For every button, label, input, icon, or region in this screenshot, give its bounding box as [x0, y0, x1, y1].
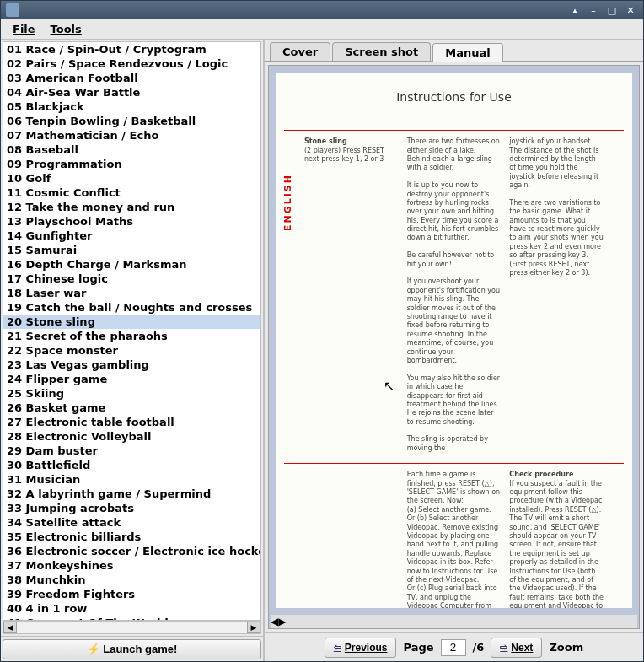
tab-cover[interactable]: Cover	[270, 42, 330, 61]
list-item[interactable]: 28 Electronic Volleyball	[3, 429, 260, 444]
menu-file[interactable]: File	[6, 21, 42, 37]
maximize-button[interactable]: □	[604, 4, 620, 16]
list-item[interactable]: 35 Electronic billiards	[3, 530, 260, 544]
manual-hscroll-left-icon[interactable]: ◀	[271, 616, 278, 627]
manual-heading: Instructions for Use	[284, 89, 624, 105]
list-item[interactable]: 17 Chinese logic	[3, 272, 260, 286]
page-total: /6	[473, 641, 485, 654]
list-item[interactable]: 40 4 in 1 row	[3, 601, 260, 616]
hscroll-left-icon[interactable]: ◀	[3, 622, 17, 633]
list-item[interactable]: 14 Gunfighter	[3, 229, 260, 243]
tab-screenshot[interactable]: Screen shot	[332, 42, 431, 61]
app-icon	[6, 3, 19, 17]
list-item[interactable]: 41 Conquest Of The World	[3, 616, 260, 620]
rollup-button[interactable]: ▴	[567, 4, 582, 16]
list-item[interactable]: 01 Race / Spin-Out / Cryptogram	[3, 42, 260, 57]
list-item[interactable]: 20 Stone sling	[3, 315, 260, 329]
list-item[interactable]: 15 Samurai	[3, 243, 260, 257]
tab-bar: Cover Screen shot Manual	[265, 40, 643, 62]
game-title: Stone sling	[304, 137, 347, 145]
arrow-right-icon: ⇨	[500, 642, 507, 653]
manual-hscroll[interactable]: ◀ ▶	[271, 615, 637, 628]
list-item[interactable]: 33 Jumping acrobats	[3, 501, 260, 515]
right-panel: Cover Screen shot Manual Instructions fo…	[265, 40, 643, 661]
list-item[interactable]: 03 American Football	[3, 71, 260, 85]
list-item[interactable]: 37 Monkeyshines	[3, 558, 260, 573]
list-item[interactable]: 29 Dam buster	[3, 444, 260, 458]
list-item[interactable]: 11 Cosmic Conflict	[3, 186, 260, 200]
launch-game-button[interactable]: ⚡ Launch game!	[3, 639, 261, 659]
english-label: ENGLISH	[282, 174, 294, 231]
list-item[interactable]: 21 Secret of the pharaohs	[3, 329, 260, 343]
list-item[interactable]: 09 Programmation	[3, 157, 260, 171]
list-item[interactable]: 34 Satellite attack	[3, 515, 260, 530]
list-item[interactable]: 27 Electronic table football	[3, 415, 260, 429]
list-item[interactable]: 38 Munchkin	[3, 573, 260, 587]
tab-manual[interactable]: Manual	[432, 43, 502, 62]
manual-viewer: Instructions for Use ENGLISH Stone sling…	[268, 65, 640, 629]
list-item[interactable]: 22 Space monster	[3, 343, 260, 358]
list-item[interactable]: 05 Blackjack	[3, 100, 260, 114]
list-item[interactable]: 32 A labyrinth game / Supermind	[3, 487, 260, 501]
list-item[interactable]: 02 Pairs / Space Rendezvous / Logic	[3, 57, 260, 71]
manual-hscroll-right-icon[interactable]: ▶	[278, 616, 286, 627]
list-item[interactable]: 31 Musician	[3, 472, 260, 487]
list-item[interactable]: 08 Baseball	[3, 143, 260, 157]
content: 01 Race / Spin-Out / Cryptogram02 Pairs …	[1, 40, 643, 661]
list-item[interactable]: 13 Playschool Maths	[3, 214, 260, 229]
list-item[interactable]: 16 Depth Charge / Marksman	[3, 257, 260, 272]
minimize-button[interactable]: –	[586, 4, 601, 16]
menubar: File Tools	[1, 19, 643, 40]
list-item[interactable]: 12 Take the money and run	[3, 200, 260, 214]
list-item[interactable]: 30 Battlefield	[3, 458, 260, 472]
manual-page: Instructions for Use ENGLISH Stone sling…	[276, 73, 632, 608]
list-item[interactable]: 39 Freedom Fighters	[3, 587, 260, 601]
list-item[interactable]: 19 Catch the ball / Noughts and crosses	[3, 300, 260, 315]
titlebar: ▴ – □ ✕	[1, 1, 643, 19]
list-item[interactable]: 24 Flipper game	[3, 372, 260, 386]
next-button[interactable]: ⇨Next	[491, 638, 542, 658]
pager: ⇦Previous Page /6 ⇨Next Zoom	[265, 632, 643, 661]
list-item[interactable]: 23 Las Vegas gambling	[3, 358, 260, 372]
game-list-hscroll[interactable]: ◀ ▶	[3, 621, 261, 634]
list-item[interactable]: 26 Basket game	[3, 401, 260, 415]
zoom-label: Zoom	[549, 641, 583, 654]
list-item[interactable]: 25 Skiing	[3, 386, 260, 401]
left-panel: 01 Race / Spin-Out / Cryptogram02 Pairs …	[1, 40, 265, 661]
list-item[interactable]: 04 Air-Sea War Battle	[3, 85, 260, 100]
app-window: ▴ – □ ✕ File Tools 01 Race / Spin-Out / …	[0, 0, 644, 662]
list-item[interactable]: 10 Golf	[3, 171, 260, 186]
game-list[interactable]: 01 Race / Spin-Out / Cryptogram02 Pairs …	[3, 42, 260, 620]
hscroll-right-icon[interactable]: ▶	[247, 622, 260, 633]
menu-tools[interactable]: Tools	[44, 21, 89, 37]
list-item[interactable]: 07 Mathematician / Echo	[3, 128, 260, 143]
close-button[interactable]: ✕	[623, 4, 638, 16]
list-item[interactable]: 36 Electronic soccer / Electronic ice ho…	[3, 544, 260, 558]
page-input[interactable]	[441, 639, 466, 656]
list-item[interactable]: 06 Tenpin Bowling / Basketball	[3, 114, 260, 128]
arrow-left-icon: ⇦	[334, 642, 341, 653]
list-item[interactable]: 18 Laser war	[3, 286, 260, 300]
page-label: Page	[403, 641, 433, 654]
previous-button[interactable]: ⇦Previous	[325, 638, 397, 658]
